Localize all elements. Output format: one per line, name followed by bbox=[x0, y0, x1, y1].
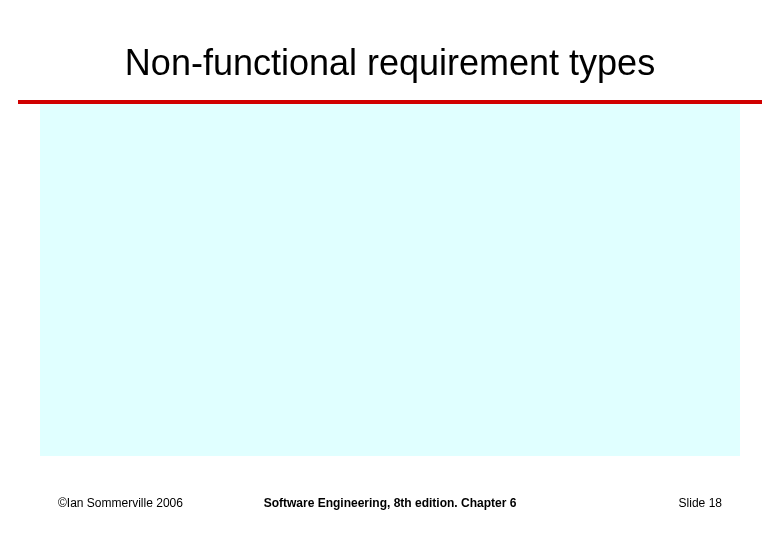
content-area bbox=[40, 104, 740, 456]
slide: Non-functional requirement types ©Ian So… bbox=[0, 0, 780, 540]
slide-number: 18 bbox=[709, 496, 722, 510]
footer-slide-number: Slide 18 bbox=[679, 496, 722, 510]
footer: ©Ian Sommerville 2006 Software Engineeri… bbox=[0, 490, 780, 510]
slide-title: Non-functional requirement types bbox=[0, 42, 780, 84]
slide-label: Slide bbox=[679, 496, 709, 510]
footer-book-info: Software Engineering, 8th edition. Chapt… bbox=[0, 496, 780, 510]
